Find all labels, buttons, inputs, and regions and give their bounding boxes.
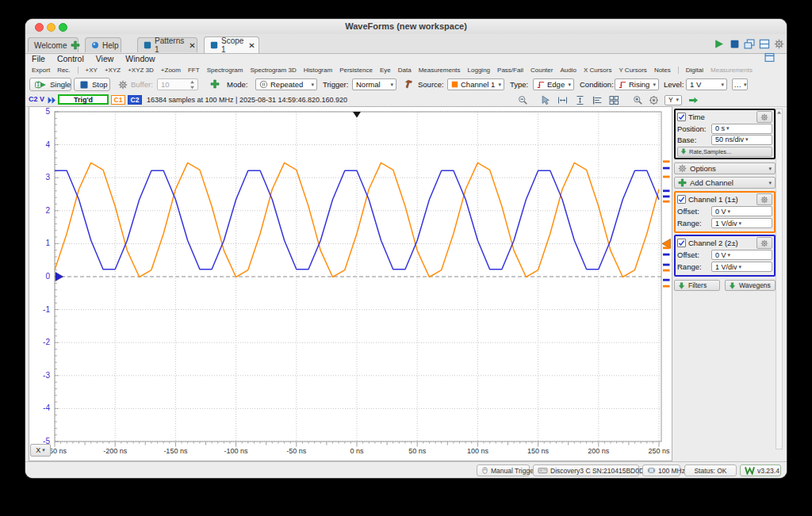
- device-button[interactable]: Discovery3 C SN:210415BD0D86: [533, 464, 639, 476]
- waveform-plot[interactable]: [29, 107, 672, 461]
- menu-item-window[interactable]: Window: [125, 54, 155, 63]
- channel1-checkbox[interactable]: [677, 195, 686, 204]
- view-item-spectrogram-3d[interactable]: Spectrogram 3D: [250, 67, 296, 74]
- view-item-x-cursors[interactable]: X Cursors: [584, 67, 612, 74]
- view-item-persistence[interactable]: Persistence: [339, 67, 373, 74]
- green-arrow-icon[interactable]: [688, 95, 699, 105]
- gear-icon[interactable]: [774, 39, 784, 49]
- time-gear-button[interactable]: [756, 111, 772, 123]
- minimize-window-button[interactable]: [47, 23, 56, 32]
- view-item-logging[interactable]: Logging: [468, 67, 490, 74]
- view-item-notes[interactable]: Notes: [654, 67, 671, 74]
- view-item--xy[interactable]: +XY: [86, 67, 98, 74]
- time-checkbox[interactable]: [677, 113, 686, 121]
- channel1-badge[interactable]: C1: [111, 95, 125, 105]
- menu-item-view[interactable]: View: [96, 54, 114, 63]
- options-button[interactable]: Options ▾: [674, 162, 776, 174]
- zoom-window-button[interactable]: [59, 23, 67, 32]
- tab-welcome[interactable]: Welcome: [28, 37, 79, 52]
- view-item-data[interactable]: Data: [398, 67, 412, 74]
- x-axis-button[interactable]: X ▾: [30, 444, 51, 457]
- view-item-spectrogram[interactable]: Spectrogram: [207, 67, 243, 74]
- view-item-measurements[interactable]: Measurements: [419, 67, 461, 74]
- view-item--zoom[interactable]: +Zoom: [161, 67, 181, 74]
- fit-width-icon[interactable]: [557, 95, 568, 105]
- tab-help[interactable]: Help: [85, 37, 121, 52]
- run-all-icon[interactable]: [714, 39, 724, 49]
- base-select[interactable]: 50 ns/div▾: [711, 135, 772, 145]
- status-button[interactable]: Status: OK: [684, 464, 737, 476]
- spinner-icon[interactable]: [190, 80, 195, 90]
- y-axis-unit-label[interactable]: C2 V: [29, 95, 44, 103]
- wavegens-button[interactable]: Wavegens: [725, 280, 776, 291]
- view-item-y-cursors[interactable]: Y Cursors: [619, 67, 646, 74]
- close-tab-icon[interactable]: ✕: [248, 41, 255, 50]
- add-buffer-icon[interactable]: [210, 79, 220, 89]
- quad-view-icon[interactable]: [609, 95, 619, 105]
- source-select[interactable]: Channel 1 ▾: [447, 78, 504, 90]
- add-channel-button[interactable]: Add Channel ▾: [674, 177, 776, 189]
- close-tab-icon[interactable]: ✕: [189, 41, 195, 50]
- view-item-measurements[interactable]: Measurements: [710, 67, 753, 74]
- scroll-up-icon[interactable]: [776, 110, 782, 115]
- rate-samples-button[interactable]: Rate,Samples...: [677, 147, 772, 157]
- close-window-button[interactable]: [35, 23, 44, 32]
- channel2-offset-select[interactable]: 0 V▾: [711, 250, 772, 260]
- rising-edge-icon: [619, 81, 626, 89]
- fast-forward-icon[interactable]: [47, 95, 57, 105]
- frequency-button[interactable]: 100 MHz: [642, 464, 680, 476]
- buffer-spinner[interactable]: 10: [157, 78, 198, 90]
- view-item-eye[interactable]: Eye: [380, 67, 391, 74]
- type-select[interactable]: Edge ▾: [533, 78, 574, 90]
- filters-button[interactable]: Filters: [674, 280, 720, 291]
- zoom-out-icon[interactable]: [518, 95, 528, 105]
- trigger-select[interactable]: Normal ▾: [352, 78, 396, 90]
- pointer-tool-icon[interactable]: [541, 95, 551, 105]
- view-item-counter[interactable]: Counter: [530, 67, 553, 74]
- level-combo[interactable]: 1 V ▾: [686, 78, 727, 90]
- undock-window-icon[interactable]: [764, 52, 775, 63]
- view-item--xyz-3d[interactable]: +XYZ 3D: [128, 67, 154, 74]
- cascade-windows-icon[interactable]: [744, 39, 755, 49]
- y-scale-button[interactable]: Y ▾: [665, 95, 682, 105]
- fit-height-icon[interactable]: [575, 95, 585, 105]
- panel-scrollbar[interactable]: [776, 109, 783, 449]
- view-item--xyz[interactable]: +XYZ: [105, 67, 121, 74]
- view-item-pass-fail[interactable]: Pass/Fail: [497, 67, 523, 74]
- zoom-in-icon[interactable]: [633, 95, 643, 105]
- menu-item-control[interactable]: Control: [57, 54, 84, 63]
- menu-item-file[interactable]: File: [32, 54, 45, 63]
- channel1-offset-select[interactable]: 0 V▾: [711, 206, 772, 216]
- zoom-options-icon[interactable]: [649, 95, 659, 105]
- condition-select[interactable]: Rising ▾: [615, 78, 659, 90]
- position-select[interactable]: 0 s▾: [711, 124, 772, 134]
- single-button[interactable]: 1 Single: [29, 78, 71, 91]
- buffer-gear-icon[interactable]: [118, 80, 128, 90]
- patterns-tab-icon: [144, 41, 151, 49]
- stop-button[interactable]: Stop: [74, 78, 110, 91]
- channel2-badge[interactable]: C2: [128, 95, 142, 105]
- channel2-range-select[interactable]: 1 V/div▾: [711, 262, 772, 272]
- tab-scope-1[interactable]: Scope 1 ✕: [204, 36, 259, 53]
- view-item-rec-[interactable]: Rec.: [57, 67, 70, 74]
- view-item-audio[interactable]: Audio: [560, 67, 576, 74]
- view-item-export[interactable]: Export: [32, 67, 50, 74]
- svg-text:1: 1: [36, 82, 40, 87]
- manual-trigger-button[interactable]: Manual Trigger: [477, 464, 530, 476]
- hammer-icon[interactable]: [404, 79, 414, 89]
- view-item-digital[interactable]: Digital: [686, 67, 703, 74]
- mode-label: Mode:: [227, 78, 247, 91]
- channel2-gear-button[interactable]: [756, 237, 772, 249]
- mode-select[interactable]: Repeated ▾: [255, 78, 317, 90]
- split-window-icon[interactable]: [759, 39, 770, 49]
- view-item-histogram[interactable]: Histogram: [304, 67, 332, 74]
- channel1-range-select[interactable]: 1 V/div▾: [711, 218, 772, 228]
- align-left-icon[interactable]: [592, 95, 603, 105]
- tab-patterns-1[interactable]: Patterns 1 ✕: [137, 37, 197, 52]
- add-instrument-icon[interactable]: [71, 40, 80, 50]
- stop-all-icon[interactable]: [730, 39, 740, 49]
- more-options-button[interactable]: … ▾: [732, 78, 748, 90]
- view-item-fft[interactable]: FFT: [188, 67, 200, 74]
- channel2-checkbox[interactable]: [677, 239, 686, 247]
- channel1-gear-button[interactable]: [756, 193, 772, 205]
